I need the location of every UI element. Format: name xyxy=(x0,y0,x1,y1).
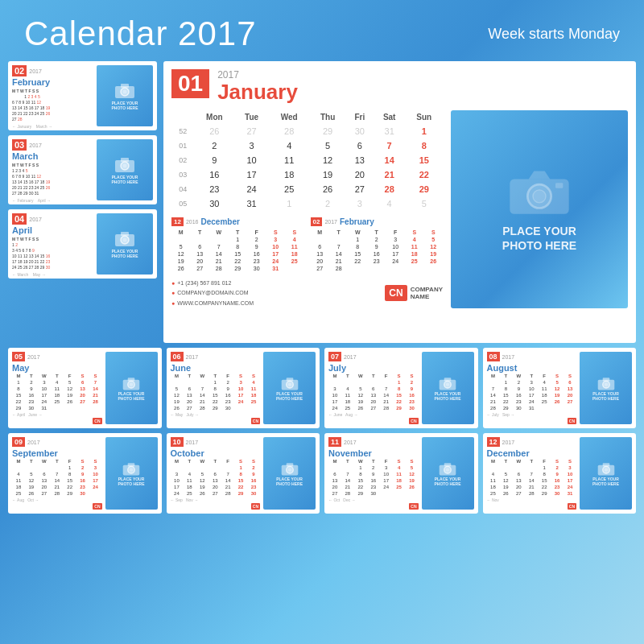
table-row: 05 30 31 1 2 3 4 5 xyxy=(171,196,443,211)
table-row: 11121314151617 xyxy=(487,477,577,484)
table-row: 24252627282930 xyxy=(171,490,261,497)
svg-rect-46 xyxy=(602,463,609,466)
table-row: 1234 xyxy=(171,379,261,386)
table-row: 21222324252627 xyxy=(487,398,577,405)
med-card-dec: 12 2017 December MTWTFSS 123 45678910 11… xyxy=(483,433,637,514)
svg-point-39 xyxy=(287,468,291,471)
jan-num-box: 01 xyxy=(171,69,209,98)
main-year: 2017 xyxy=(217,69,298,80)
svg-rect-26 xyxy=(444,378,452,381)
table-row: 12131415161718 xyxy=(171,250,304,258)
table-row: 1234567 xyxy=(12,379,102,386)
table-row: 17181920212223 xyxy=(328,398,419,405)
cn-logo: CN xyxy=(385,285,407,301)
company-name: COMPANYNAME xyxy=(411,286,443,300)
small-card-apr: 04 2017 April M T W T F S S 1 2 3 4 5 6 … xyxy=(8,209,157,279)
main-photo-area: PLACE YOURPHOTO HERE xyxy=(451,110,628,309)
apr-name: April xyxy=(12,225,93,235)
med-card-nov: 11 2017 November MTWTFSS 12345 678910111… xyxy=(324,433,478,514)
med-card-may: 05 2017 May MTWTFSS 1234567 891011121314… xyxy=(8,348,162,428)
main-month-name: January xyxy=(217,80,298,104)
jan-calendar-table: Mon Tue Wed Thu Fri Sat Sun 52 26 xyxy=(171,110,443,211)
svg-rect-38 xyxy=(286,463,293,466)
table-row: 11121314151617 xyxy=(12,477,102,484)
table-row: 12345 xyxy=(311,236,444,243)
svg-rect-30 xyxy=(602,378,609,381)
main-footer: ●+1 (234) 567 891 012 ●COMPANY@DOMAIN.CO… xyxy=(171,279,443,309)
small-card-mar: 03 2017 March M T W T F S S 1 2 3 4 5 6 … xyxy=(8,135,157,204)
svg-rect-18 xyxy=(128,378,135,381)
bottom-rows: 05 2017 May MTWTFSS 1234567 891011121314… xyxy=(0,343,644,520)
table-row: 19202122232425 xyxy=(171,258,304,265)
table-row: 20212223242526 xyxy=(311,258,444,265)
svg-point-35 xyxy=(130,468,133,471)
table-row: 13141516171819 xyxy=(311,250,444,258)
table-row: 01 2 3 4 5 6 7 8 xyxy=(171,138,443,153)
table-row: 12345 xyxy=(328,464,419,471)
may-photo: PLACE YOURPHOTO HERE xyxy=(105,352,158,424)
mar-num: 03 xyxy=(12,139,27,151)
main-calendar: Mon Tue Wed Thu Fri Sat Sun 52 26 xyxy=(171,110,443,309)
bottom-row-2: 09 2017 September MTWTFSS 123 45678910 1… xyxy=(8,433,636,514)
page-header: Calendar 2017 Week starts Monday xyxy=(0,0,644,61)
small-card-feb-left: 02 2017 February M T W T F S S 1 2 3 4 5… xyxy=(12,65,93,126)
bottom-row-1: 05 2017 May MTWTFSS 1234567 891011121314… xyxy=(8,348,636,428)
main-january-card: 01 2017 January Mon Tue Wed Thu Fr xyxy=(163,61,636,343)
table-row: 18192021222324 xyxy=(12,484,102,490)
table-row: 123 xyxy=(487,464,577,471)
feb-num: 02 xyxy=(12,65,27,76)
table-row: 3456789 xyxy=(328,386,419,392)
mini-feb: 02 2017 February MTWTFSS xyxy=(311,217,444,272)
sep-photo: PLACE YOURPHOTO HERE xyxy=(105,437,158,510)
svg-rect-15 xyxy=(555,183,563,188)
table-row: 04 23 24 25 26 27 28 29 xyxy=(171,182,443,196)
apr-num: 04 xyxy=(12,213,27,225)
feb-photo: PLACE YOURPHOTO HERE xyxy=(97,65,153,126)
svg-rect-10 xyxy=(121,232,129,236)
jun-photo: PLACE YOURPHOTO HERE xyxy=(263,352,316,424)
mar-photo: PLACE YOURPHOTO HERE xyxy=(97,139,153,200)
svg-rect-22 xyxy=(286,378,293,381)
table-row: 24252627282930 xyxy=(328,405,419,411)
table-row: 12 xyxy=(171,464,261,471)
oct-photo: PLACE YOURPHOTO HERE xyxy=(263,437,316,510)
week-starts-label: Week starts Monday xyxy=(488,26,620,43)
company-branding: CN COMPANYNAME xyxy=(385,285,443,301)
table-row: 10111213141516 xyxy=(171,477,261,484)
mar-name: March xyxy=(12,151,93,161)
main-photo-placeholder: PLACE YOURPHOTO HERE xyxy=(451,110,628,309)
table-row: 45678910 xyxy=(487,471,577,477)
dec-photo: PLACE YOURPHOTO HERE xyxy=(580,437,632,510)
table-row: 14151617181920 xyxy=(487,392,577,398)
main-card-header: 01 2017 January xyxy=(171,69,628,104)
jul-photo: PLACE YOURPHOTO HERE xyxy=(422,352,474,424)
med-card-oct: 10 2017 October MTWTFSS 12 3456789 10111… xyxy=(167,433,320,514)
contact-info: ●+1 (234) 567 891 012 ●COMPANY@DOMAIN.CO… xyxy=(171,279,254,309)
svg-rect-2 xyxy=(121,84,129,88)
svg-point-47 xyxy=(604,468,607,471)
left-small-cards: 02 2017 February M T W T F S S 1 2 3 4 5… xyxy=(8,61,157,343)
table-row: 567891011 xyxy=(171,386,261,392)
med-card-sep: 09 2017 September MTWTFSS 123 45678910 1… xyxy=(8,433,162,514)
table-row: 10111213141516 xyxy=(328,392,419,398)
table-row: 52 26 27 28 29 30 31 1 xyxy=(171,124,443,138)
table-row: 25262728293031 xyxy=(487,490,577,497)
table-row: 567891011 xyxy=(171,243,304,250)
feb-name: February xyxy=(12,77,93,87)
table-row: 78910111213 xyxy=(487,386,577,392)
svg-point-31 xyxy=(604,382,607,386)
small-card-feb: 02 2017 February M T W T F S S 1 2 3 4 5… xyxy=(8,61,157,130)
aug-photo: PLACE YOURPHOTO HERE xyxy=(580,352,632,424)
table-row: 12131415161718 xyxy=(171,392,261,398)
svg-point-11 xyxy=(123,237,127,242)
table-row: 12 xyxy=(328,379,419,386)
page-title: Calendar 2017 xyxy=(24,14,257,53)
table-row: 45678910 xyxy=(12,471,102,477)
mini-dec: 12 2016 December MTWTFSS xyxy=(171,217,304,272)
table-row: 293031 xyxy=(12,405,102,411)
table-row: 3456789 xyxy=(171,471,261,477)
svg-point-7 xyxy=(123,163,127,167)
table-row: 15161718192021 xyxy=(12,392,102,398)
svg-rect-34 xyxy=(128,463,135,466)
table-row: 22232425262728 xyxy=(12,398,102,405)
